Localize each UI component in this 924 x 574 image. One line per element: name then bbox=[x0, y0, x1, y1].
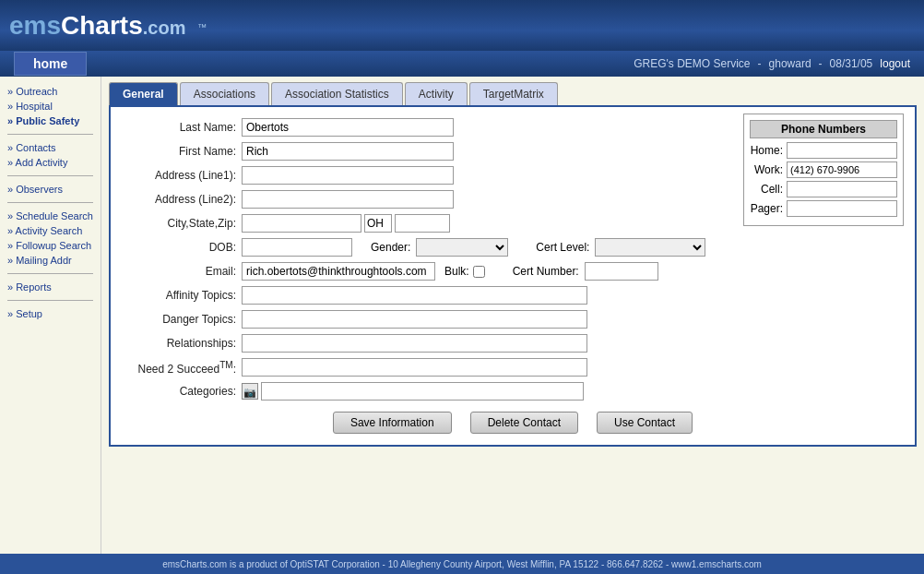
danger-label: Danger Topics: bbox=[122, 313, 242, 326]
address2-label: Address (Line2): bbox=[122, 193, 242, 206]
sidebar: » Outreach » Hospital » Public Safety » … bbox=[0, 77, 101, 554]
categories-label: Categories: bbox=[122, 385, 242, 398]
cert-level-label: Cert Level: bbox=[536, 241, 589, 254]
sidebar-divider-2 bbox=[7, 175, 93, 176]
phone-home-label: Home: bbox=[750, 144, 787, 157]
address2-row: Address (Line2): bbox=[122, 190, 734, 209]
date-label: 08/31/05 bbox=[830, 57, 873, 70]
cert-level-select[interactable] bbox=[595, 238, 705, 257]
sidebar-item-outreach[interactable]: » Outreach bbox=[0, 84, 101, 99]
zip-input[interactable] bbox=[395, 214, 450, 233]
gender-label: Gender: bbox=[371, 241, 410, 254]
dob-label: DOB: bbox=[122, 241, 242, 254]
tabs: General Associations Association Statist… bbox=[109, 82, 917, 105]
danger-row: Danger Topics: bbox=[122, 310, 904, 329]
phone-cell-input[interactable] bbox=[787, 181, 897, 197]
sidebar-item-mailing-addr[interactable]: » Mailing Addr bbox=[0, 253, 101, 268]
affinity-row: Affinity Topics: bbox=[122, 286, 904, 305]
sidebar-item-observers[interactable]: » Observers bbox=[0, 182, 101, 197]
phone-pager-row: Pager: bbox=[750, 200, 897, 217]
affinity-label: Affinity Topics: bbox=[122, 289, 242, 302]
email-input[interactable] bbox=[242, 262, 435, 281]
categories-row: Categories: 📷 bbox=[122, 382, 904, 401]
relationships-row: Relationships: bbox=[122, 334, 904, 353]
dob-row: DOB: Gender: Male Female Cert Level: bbox=[122, 238, 904, 257]
affinity-input[interactable] bbox=[242, 286, 587, 305]
phone-cell-row: Cell: bbox=[750, 181, 897, 197]
sidebar-divider-5 bbox=[7, 300, 93, 301]
save-button[interactable]: Save Information bbox=[333, 412, 452, 434]
categories-input[interactable] bbox=[261, 382, 584, 401]
phone-work-row: Work: bbox=[750, 161, 897, 178]
sidebar-section-5: » Reports bbox=[0, 280, 101, 294]
address1-input[interactable] bbox=[242, 166, 454, 185]
sidebar-section-1: » Outreach » Hospital » Public Safety bbox=[0, 84, 101, 128]
n2s-row: Need 2 SucceedTM: bbox=[122, 358, 904, 377]
sidebar-item-schedule-search[interactable]: » Schedule Search bbox=[0, 209, 101, 223]
use-button[interactable]: Use Contact bbox=[597, 412, 693, 434]
delete-button[interactable]: Delete Contact bbox=[470, 412, 578, 434]
sidebar-section-3: » Observers bbox=[0, 182, 101, 197]
sidebar-item-contacts[interactable]: » Contacts bbox=[0, 140, 101, 155]
cert-number-input[interactable] bbox=[585, 262, 658, 281]
sidebar-section-6: » Setup bbox=[0, 306, 101, 321]
city-state-zip-row: City,State,Zip: bbox=[122, 214, 734, 233]
tab-association-statistics[interactable]: Association Statistics bbox=[271, 82, 403, 105]
last-name-input[interactable] bbox=[242, 118, 454, 137]
sidebar-item-followup-search[interactable]: » Followup Search bbox=[0, 238, 101, 253]
sidebar-item-setup[interactable]: » Setup bbox=[0, 306, 101, 321]
header: emsCharts.com ™ bbox=[0, 0, 924, 51]
nav-right: GREG's DEMO Service - ghoward - 08/31/05… bbox=[634, 57, 910, 70]
city-input[interactable] bbox=[242, 214, 361, 233]
button-row: Save Information Delete Contact Use Cont… bbox=[122, 412, 904, 434]
phone-work-input[interactable] bbox=[787, 161, 897, 178]
phone-work-label: Work: bbox=[750, 163, 787, 176]
tab-targetmatrix[interactable]: TargetMatrix bbox=[469, 82, 558, 105]
city-label: City,State,Zip: bbox=[122, 217, 242, 230]
service-label: GREG's DEMO Service bbox=[634, 57, 750, 70]
sidebar-divider-4 bbox=[7, 273, 93, 274]
phone-pager-input[interactable] bbox=[787, 200, 897, 217]
cert-number-label: Cert Number: bbox=[513, 265, 579, 278]
phone-section: Phone Numbers Home: Work: Cell: Pager: bbox=[743, 114, 904, 226]
bulk-label: Bulk: bbox=[444, 265, 469, 278]
state-input[interactable] bbox=[364, 214, 392, 233]
sidebar-item-hospital[interactable]: » Hospital bbox=[0, 99, 101, 114]
footer-text: emsCharts.com is a product of OptiSTAT C… bbox=[162, 559, 762, 569]
logo: emsCharts.com ™ bbox=[9, 11, 207, 41]
tab-associations[interactable]: Associations bbox=[180, 82, 269, 105]
phone-cell-label: Cell: bbox=[750, 183, 787, 196]
logout-button[interactable]: logout bbox=[880, 57, 910, 70]
phone-pager-label: Pager: bbox=[750, 202, 787, 215]
sidebar-section-2: » Contacts » Add Activity bbox=[0, 140, 101, 170]
phone-home-input[interactable] bbox=[787, 142, 897, 159]
danger-input[interactable] bbox=[242, 310, 587, 329]
sidebar-divider-3 bbox=[7, 202, 93, 203]
tab-activity[interactable]: Activity bbox=[405, 82, 468, 105]
n2s-sup: TM bbox=[219, 360, 232, 370]
sidebar-divider-1 bbox=[7, 134, 93, 135]
tab-general[interactable]: General bbox=[109, 82, 178, 105]
bulk-checkbox[interactable] bbox=[473, 266, 485, 278]
address2-input[interactable] bbox=[242, 190, 454, 209]
last-name-row: Last Name: bbox=[122, 118, 734, 137]
first-name-label: First Name: bbox=[122, 145, 242, 158]
footer: emsCharts.com is a product of OptiSTAT C… bbox=[0, 554, 924, 574]
sidebar-item-reports[interactable]: » Reports bbox=[0, 280, 101, 294]
n2s-input[interactable] bbox=[242, 358, 587, 377]
content-area: General Associations Association Statist… bbox=[101, 77, 924, 554]
categories-icon[interactable]: 📷 bbox=[242, 383, 258, 400]
sidebar-item-activity-search[interactable]: » Activity Search bbox=[0, 223, 101, 238]
address1-label: Address (Line1): bbox=[122, 169, 242, 182]
home-nav[interactable]: home bbox=[14, 52, 87, 76]
dob-input[interactable] bbox=[242, 238, 352, 257]
phone-title: Phone Numbers bbox=[750, 120, 897, 138]
navbar: home GREG's DEMO Service - ghoward - 08/… bbox=[0, 51, 924, 77]
email-label: Email: bbox=[122, 265, 242, 278]
sidebar-item-public-safety[interactable]: » Public Safety bbox=[0, 114, 101, 128]
gender-select[interactable]: Male Female bbox=[416, 238, 508, 257]
first-name-input[interactable] bbox=[242, 142, 454, 161]
sidebar-item-add-activity[interactable]: » Add Activity bbox=[0, 155, 101, 170]
relationships-label: Relationships: bbox=[122, 337, 242, 350]
relationships-input[interactable] bbox=[242, 334, 587, 353]
